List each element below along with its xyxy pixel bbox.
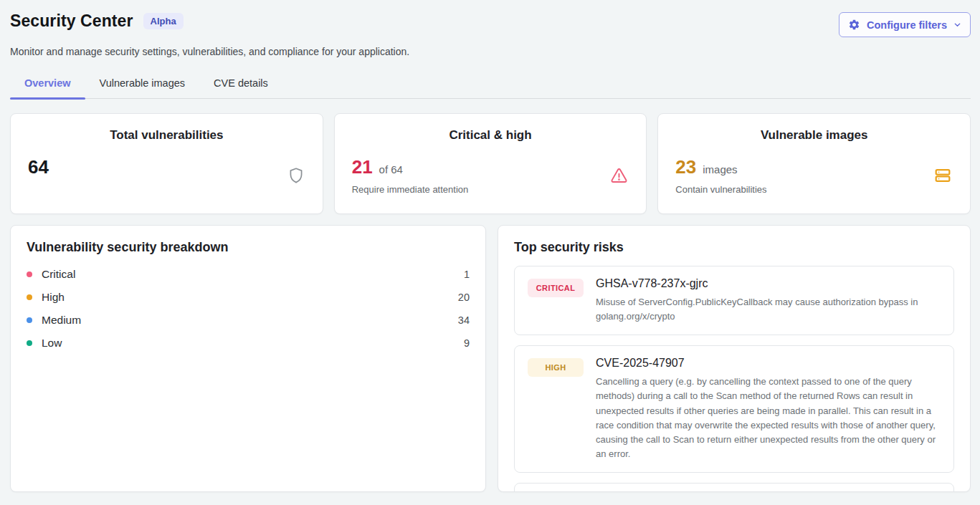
tab-overview[interactable]: Overview <box>10 70 85 98</box>
breakdown-list: Critical 1 High 20 Medium 34 Low 9 <box>27 267 470 350</box>
medium-dot-icon <box>27 317 32 323</box>
critical-high-caption: Require immediate attention <box>352 184 469 195</box>
alpha-badge: Alpha <box>143 13 184 29</box>
breakdown-label: High <box>42 291 65 304</box>
severity-badge: HIGH <box>528 358 584 377</box>
risk-item-ghsa-v778-237x-gjrc[interactable]: CRITICAL GHSA-v778-237x-gjrc Misuse of S… <box>514 266 954 335</box>
risk-item-cve-2025-9086[interactable]: HIGH CVE-2025-9086 <box>514 483 954 492</box>
low-dot-icon <box>27 340 32 346</box>
risk-item-cve-2025-47907[interactable]: HIGH CVE-2025-47907 Cancelling a query (… <box>514 345 954 473</box>
breakdown-value: 9 <box>464 337 470 349</box>
breakdown-row-medium: Medium 34 <box>27 313 470 327</box>
vulnerable-images-value: 23 <box>675 157 696 178</box>
page-subtitle: Monitor and manage security settings, vu… <box>10 46 971 57</box>
security-center-page: Security Center Alpha Configure filters … <box>0 0 980 492</box>
breakdown-row-low: Low 9 <box>27 336 470 350</box>
risk-description: Cancelling a query (e.g. by cancelling t… <box>596 375 941 461</box>
high-dot-icon <box>27 294 32 300</box>
chevron-down-icon <box>953 21 961 29</box>
critical-high-suffix: of 64 <box>379 163 403 175</box>
total-vulnerabilities-value: 64 <box>28 157 49 178</box>
breakdown-value: 1 <box>464 269 470 280</box>
risk-id: CVE-2025-47907 <box>596 357 941 370</box>
breakdown-row-critical: Critical 1 <box>27 267 470 281</box>
page-title: Security Center <box>10 11 133 31</box>
severity-badge: CRITICAL <box>528 279 584 297</box>
panel-row: Vulnerability security breakdown Critica… <box>10 225 971 492</box>
top-risks-title: Top security risks <box>514 240 954 255</box>
shield-icon <box>287 166 305 185</box>
stat-card-row: Total vulnerabilities 64 Critical & high <box>10 113 971 214</box>
breakdown-label: Critical <box>42 268 75 281</box>
tab-bar: Overview Vulnerable images CVE details <box>10 70 971 99</box>
breakdown-row-high: High 20 <box>27 290 470 304</box>
card-title: Critical & high <box>352 128 629 143</box>
vulnerability-breakdown-panel: Vulnerability security breakdown Critica… <box>10 225 486 492</box>
configure-filters-label: Configure filters <box>867 19 947 31</box>
stat-card-critical-high: Critical & high 21 of 64 Require immedia… <box>334 113 647 214</box>
stat-card-vulnerable-images: Vulnerable images 23 images Contain vuln… <box>657 113 971 214</box>
breakdown-label: Low <box>42 337 62 350</box>
risk-description: Misuse of ServerConfig.PublicKeyCallback… <box>596 295 941 324</box>
critical-dot-icon <box>27 271 32 277</box>
risk-list: CRITICAL GHSA-v778-237x-gjrc Misuse of S… <box>514 266 954 492</box>
vulnerable-images-caption: Contain vulnerabilities <box>675 184 766 195</box>
breakdown-label: Medium <box>42 314 81 327</box>
card-title: Vulnerable images <box>675 128 953 143</box>
risk-id: GHSA-v778-237x-gjrc <box>596 277 941 290</box>
tab-cve-details[interactable]: CVE details <box>199 70 282 98</box>
configure-filters-button[interactable]: Configure filters <box>839 12 971 37</box>
page-header: Security Center Alpha Configure filters <box>10 10 971 37</box>
breakdown-value: 20 <box>458 292 470 303</box>
warning-triangle-icon <box>609 166 629 186</box>
gear-icon <box>848 19 860 31</box>
server-icon <box>933 165 953 186</box>
tab-vulnerable-images[interactable]: Vulnerable images <box>85 70 200 98</box>
breakdown-value: 34 <box>458 314 470 326</box>
card-title: Total vulnerabilities <box>28 128 305 143</box>
vulnerable-images-suffix: images <box>703 163 737 175</box>
top-security-risks-panel: Top security risks CRITICAL GHSA-v778-23… <box>498 225 971 492</box>
breakdown-title: Vulnerability security breakdown <box>27 240 470 255</box>
stat-card-total-vulnerabilities: Total vulnerabilities 64 <box>10 113 323 214</box>
critical-high-value: 21 <box>352 157 373 178</box>
